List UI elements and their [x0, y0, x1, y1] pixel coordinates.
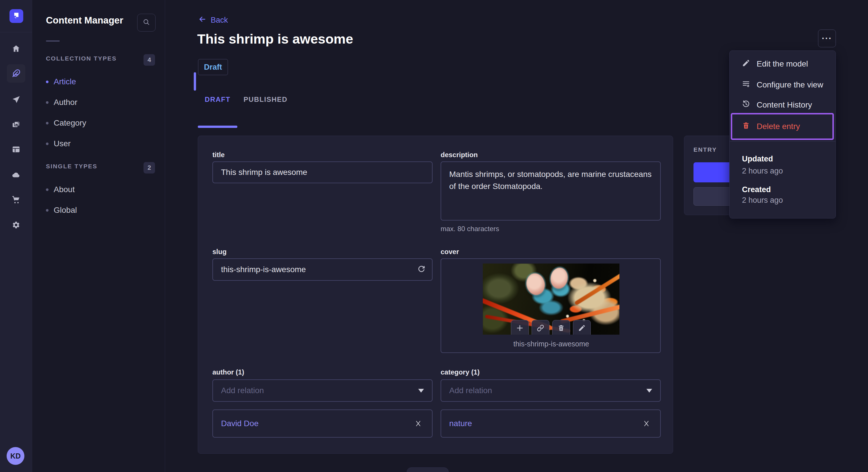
section-single-types: SINGLE TYPES — [46, 163, 132, 170]
send-plane-icon[interactable] — [7, 90, 25, 109]
menu-item-label: Content History — [756, 100, 812, 109]
combobox-placeholder: Add relation — [221, 386, 418, 395]
combobox-placeholder: Add relation — [449, 386, 646, 395]
section-collection-types: COLLECTION TYPES — [46, 55, 132, 62]
subnav-divider — [46, 40, 60, 42]
back-label: Back — [211, 16, 228, 25]
menu-item-label: Edit the model — [756, 59, 808, 69]
pencil-icon — [578, 324, 586, 333]
remove-relation-button[interactable] — [641, 418, 652, 429]
trash-icon — [742, 121, 750, 132]
shrimp-claw — [574, 270, 619, 305]
sidebar-item-category[interactable]: Category — [46, 116, 149, 130]
menu-item-configure-the-view[interactable]: Configure the view — [730, 76, 836, 94]
active-tab-underline — [198, 126, 237, 128]
sidebar-item-label: About — [54, 185, 74, 194]
add-media-button[interactable] — [511, 320, 529, 335]
page-title: This shrimp is awesome — [197, 31, 353, 47]
delete-media-button[interactable] — [552, 320, 570, 335]
created-label: Created — [742, 185, 771, 194]
media-library-icon[interactable] — [7, 115, 25, 134]
strapi-admin-app: KD Content Manager COLLECTION TYPES 4 Ar… — [0, 0, 868, 472]
entry-actions-menu: Edit the model Configure the view Conten… — [730, 50, 836, 218]
settings-gear-icon[interactable] — [7, 216, 25, 234]
bullet-icon — [46, 101, 49, 104]
updated-value: 2 hours ago — [742, 167, 783, 175]
cover-filename: this-shrimp-is-awesome — [441, 340, 661, 348]
shrimp-eye — [524, 272, 547, 297]
bullet-icon — [46, 80, 49, 83]
bullet-icon — [46, 189, 49, 191]
content-manager-feather-icon[interactable] — [7, 64, 25, 82]
sidebar-item-article[interactable]: Article — [46, 75, 149, 89]
menu-item-edit-the-model[interactable]: Edit the model — [730, 55, 836, 73]
category-relation-item: nature — [441, 409, 661, 438]
sidebar-item-label: User — [54, 139, 71, 148]
description-field-label: description — [441, 150, 661, 160]
status-badge: Draft — [198, 59, 228, 75]
pencil-icon — [742, 59, 750, 69]
configure-list-icon — [742, 80, 750, 90]
description-helper-text: max. 80 characters — [441, 225, 661, 233]
slug-input[interactable] — [212, 258, 433, 281]
sidebar-item-user[interactable]: User — [46, 137, 149, 150]
menu-item-delete-entry[interactable]: Delete entry — [730, 117, 836, 136]
cover-field-label: cover — [441, 247, 661, 256]
description-textarea[interactable]: Mantis shrimps, or stomatopods, are mari… — [441, 162, 661, 221]
updated-label: Updated — [742, 155, 773, 164]
cover-actions-toolbar — [511, 320, 591, 335]
sidebar-item-label: Article — [54, 77, 76, 86]
menu-separator — [730, 141, 836, 142]
icon-rail: KD — [0, 0, 32, 472]
user-avatar[interactable]: KD — [7, 447, 24, 465]
home-icon[interactable] — [7, 40, 25, 58]
category-field-label: category (1) — [441, 368, 661, 377]
author-relation-combobox[interactable]: Add relation — [212, 379, 433, 402]
back-button[interactable]: Back — [198, 15, 228, 26]
tab-draft[interactable]: DRAFT — [198, 94, 237, 105]
link-icon — [536, 324, 545, 334]
strapi-logo-icon[interactable] — [9, 9, 23, 23]
sidebar-item-about[interactable]: About — [46, 183, 149, 196]
sidebar-item-label: Global — [54, 206, 77, 215]
sidebar-item-author[interactable]: Author — [46, 96, 149, 109]
relation-link-david-doe[interactable]: David Doe — [221, 419, 412, 428]
marketplace-cart-icon[interactable] — [7, 191, 25, 209]
content-type-builder-icon[interactable] — [7, 140, 25, 159]
history-icon — [742, 100, 750, 110]
menu-item-label: Delete entry — [756, 122, 800, 131]
subnav-title: Content Manager — [46, 15, 123, 26]
menu-item-content-history[interactable]: Content History — [730, 96, 836, 114]
rail-divider — [0, 32, 32, 32]
entry-panel-title: ENTRY — [693, 146, 717, 153]
sidebar-item-label: Category — [54, 119, 86, 128]
relation-link-nature[interactable]: nature — [449, 419, 641, 428]
sidebar-item-global[interactable]: Global — [46, 203, 149, 217]
bullet-icon — [46, 209, 49, 212]
arrow-left-icon — [198, 15, 207, 26]
remove-relation-button[interactable] — [412, 418, 424, 429]
created-value: 2 hours ago — [742, 196, 783, 205]
deploy-cloud-icon[interactable] — [7, 166, 25, 184]
title-input[interactable] — [212, 162, 433, 183]
copy-link-button[interactable] — [532, 320, 549, 335]
bullet-icon — [46, 142, 49, 145]
cover-image[interactable] — [483, 264, 619, 335]
edit-media-button[interactable] — [573, 320, 591, 335]
search-icon — [143, 18, 150, 27]
menu-item-label: Configure the view — [756, 80, 823, 90]
search-button[interactable] — [137, 14, 156, 32]
tab-published[interactable]: PUBLISHED — [242, 94, 289, 105]
trash-icon — [557, 324, 565, 333]
category-relation-combobox[interactable]: Add relation — [441, 379, 661, 402]
author-relation-item: David Doe — [212, 409, 433, 438]
more-actions-button[interactable]: ··· — [818, 30, 836, 47]
title-field-label: title — [212, 150, 433, 160]
regenerate-slug-button[interactable] — [415, 263, 428, 276]
chevron-down-icon — [646, 389, 652, 393]
sidebar-item-label: Author — [54, 98, 78, 107]
author-field-label: author (1) — [212, 368, 433, 377]
chevron-down-icon — [418, 389, 424, 393]
content-manager-subnav: Content Manager COLLECTION TYPES 4 Artic… — [32, 0, 165, 472]
cover-field: this-shrimp-is-awesome — [441, 258, 661, 353]
